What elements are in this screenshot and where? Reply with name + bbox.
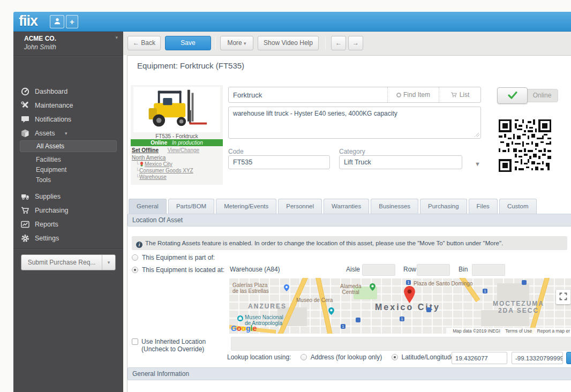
more-button[interactable]: More ▾ xyxy=(220,36,253,50)
submit-purchase-request-button[interactable]: Submit Purchase Req... ▾ xyxy=(21,254,116,270)
back-button[interactable]: ← Back xyxy=(127,36,161,50)
sidebar-item-purchasing[interactable]: Purchasing xyxy=(13,204,123,217)
bin-input[interactable] xyxy=(472,264,505,276)
list-button[interactable]: List xyxy=(439,87,480,102)
sidebar-item-all-assets[interactable]: All Assets xyxy=(20,140,117,152)
set-offline-link[interactable]: Set Offline xyxy=(132,147,159,153)
sidebar-subitem-label: Tools xyxy=(36,176,51,184)
main-panel: Equipment: Forktruck (FT535) xyxy=(127,55,571,392)
tree-link-mexico-city[interactable]: Mexico City xyxy=(145,161,172,167)
online-state-label: Online xyxy=(526,89,558,102)
radio-selected-icon[interactable] xyxy=(392,354,398,360)
aisle-label: Aisle xyxy=(346,266,360,273)
sidebar-item-reports[interactable]: Reports xyxy=(13,218,123,231)
arrow-left-icon: ← xyxy=(335,39,342,47)
sidebar-item-notifications[interactable]: Notifications xyxy=(13,113,123,126)
find-item-button[interactable]: Find Item xyxy=(387,87,439,102)
tree-link-consumer-goods[interactable]: Consumer Goods XYZ xyxy=(139,168,193,174)
sidebar-item-tools[interactable]: Tools xyxy=(36,175,51,185)
cart-icon xyxy=(21,206,29,215)
sidebar-item-assets[interactable]: Assets ▾ xyxy=(13,127,123,140)
teal-pin-icon xyxy=(328,307,334,316)
company-name: ACME CO. xyxy=(24,35,56,42)
tab-purchasing[interactable]: Purchasing xyxy=(420,199,467,214)
museum-icon xyxy=(237,315,243,322)
google-logo[interactable]: Google xyxy=(231,324,257,333)
part-of-label: This Equipment is part of: xyxy=(142,254,215,261)
code-input[interactable] xyxy=(228,155,330,169)
set-online-button[interactable] xyxy=(497,87,528,104)
radio-icon[interactable] xyxy=(300,354,307,360)
latitude-input[interactable] xyxy=(452,352,507,364)
map-block xyxy=(497,283,529,302)
tab-personnel[interactable]: Personnel xyxy=(278,199,322,214)
checkbox-icon[interactable] xyxy=(132,338,138,345)
radio-part-of[interactable]: This Equipment is part of: xyxy=(132,252,215,262)
chevron-down-icon[interactable]: ▾ xyxy=(102,255,115,270)
radio-located-at[interactable]: This Equipment is located at: xyxy=(132,265,224,274)
category-label: Category xyxy=(339,148,365,155)
tab-businesses[interactable]: Businesses xyxy=(371,199,418,214)
sidebar-item-supplies[interactable]: Supplies xyxy=(13,190,123,203)
longitude-input[interactable] xyxy=(512,352,563,364)
use-inherited-location[interactable]: Use Inherited Location (Uncheck to Overr… xyxy=(132,338,206,353)
map-label-museo-cera: Museo de Cera xyxy=(296,297,333,303)
aisle-input[interactable] xyxy=(362,264,395,276)
video-help-label: Show Video Help xyxy=(264,39,313,47)
tab-general[interactable]: General xyxy=(129,199,167,214)
show-video-help-button[interactable]: Show Video Help xyxy=(258,36,319,50)
category-input[interactable] xyxy=(339,155,462,169)
sidebar-item-maintenance[interactable]: Maintenance xyxy=(13,99,123,112)
tab-files[interactable]: Files xyxy=(469,199,498,214)
view-change-link[interactable]: View/Change xyxy=(168,147,199,153)
address-option-label[interactable]: Address (for lookup only) xyxy=(311,353,382,361)
terms-of-use-link[interactable]: Terms of Use xyxy=(505,328,532,334)
resize-handle[interactable] xyxy=(475,132,479,137)
lookup-label: Lookup location using: xyxy=(227,353,291,361)
sidebar-item-settings[interactable]: Settings xyxy=(13,232,123,245)
report-chart-icon xyxy=(21,220,29,229)
code-label: Code xyxy=(228,148,244,155)
latlng-option-label[interactable]: Latitude/Longitude xyxy=(402,353,455,361)
asset-photo xyxy=(133,87,220,132)
toolbar: ← Back Save More ▾ Show Video Help ← → xyxy=(123,32,571,55)
fullscreen-button[interactable] xyxy=(556,290,570,304)
save-button[interactable]: Save xyxy=(165,36,211,50)
inherited-note: (Uncheck to Override) xyxy=(141,345,204,353)
category-dropdown-arrow[interactable]: ▼ xyxy=(475,161,480,167)
update-coordinates-button[interactable] xyxy=(566,352,571,364)
red-map-pin-icon xyxy=(404,286,415,304)
transit-icon xyxy=(426,307,431,312)
sidebar-item-dashboard[interactable]: Dashboard xyxy=(13,85,123,98)
sidebar-item-facilities[interactable]: Facilities xyxy=(36,154,61,165)
tab-warranties[interactable]: Warranties xyxy=(324,199,369,214)
asset-name-input[interactable] xyxy=(229,87,387,102)
add-new-button[interactable]: + xyxy=(66,15,78,28)
tab-parts-bom[interactable]: Parts/BOM xyxy=(168,199,214,214)
radio-selected-icon[interactable] xyxy=(132,267,138,273)
transit-icon: 1 xyxy=(341,324,345,329)
company-switcher[interactable]: ACME CO. John Smith ▾ xyxy=(13,32,123,56)
status-note: In production xyxy=(172,140,203,146)
prev-record-button[interactable]: ← xyxy=(331,36,346,50)
map-label-anzures: ANZURES xyxy=(248,303,287,310)
sidebar-item-equipment[interactable]: Equipment xyxy=(36,164,66,175)
tab-metering-events[interactable]: Metering/Events xyxy=(216,199,276,214)
sidebar-item-label: Purchasing xyxy=(35,204,69,217)
tree-link-north-america[interactable]: North America xyxy=(132,155,166,161)
map-attribution: Map data ©2019 INEGI Terms of Use Report… xyxy=(446,328,571,334)
user-profile-button[interactable] xyxy=(50,15,64,28)
google-map[interactable]: Galerías Plaza de las Estrellas Alameda … xyxy=(229,278,571,334)
next-record-button[interactable]: → xyxy=(348,36,363,50)
sidebar-item-label: Settings xyxy=(35,232,59,245)
map-data-credit: Map data ©2019 INEGI xyxy=(453,328,500,334)
bin-label: Bin xyxy=(459,266,468,273)
description-textarea[interactable]: warehouse lift truck - Hyster E40 series… xyxy=(228,107,481,139)
map-pin-icon xyxy=(139,162,144,167)
radio-icon[interactable] xyxy=(132,254,138,261)
tab-custom[interactable]: Custom xyxy=(499,199,537,214)
tree-link-warehouse[interactable]: Warehouse xyxy=(139,174,167,180)
row-input[interactable] xyxy=(417,264,450,276)
report-map-error-link[interactable]: Report a map er xyxy=(537,328,570,334)
checkmark-icon xyxy=(507,91,518,100)
